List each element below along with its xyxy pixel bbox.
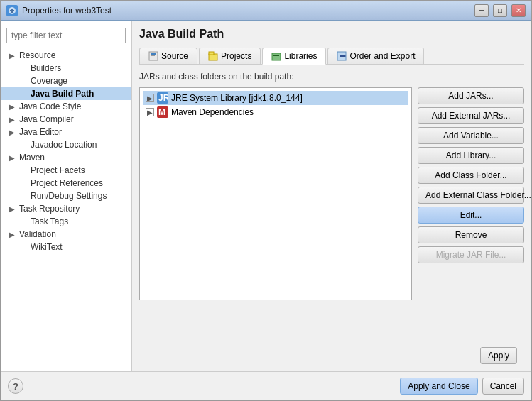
- expand-icon: ▶: [9, 231, 16, 238]
- properties-window: Properties for web3Test ─ □ ✕ ▶ResourceB…: [0, 0, 532, 401]
- sidebar-item-label: Task Tags: [31, 216, 68, 226]
- sidebar-item-javadoc-location[interactable]: Javadoc Location: [1, 138, 131, 151]
- sidebar-item-label: Validation: [19, 229, 56, 239]
- tab-order-export[interactable]: Order and Export: [327, 48, 424, 64]
- help-button[interactable]: ?: [8, 378, 23, 394]
- cancel-button[interactable]: Cancel: [482, 378, 524, 395]
- sidebar-item-label: Maven: [19, 153, 45, 163]
- sidebar-item-project-references[interactable]: Project References: [1, 177, 131, 189]
- tab-label: Libraries: [284, 51, 317, 61]
- migrate-jar-button: Migrate JAR File...: [418, 246, 524, 263]
- add-jars-button[interactable]: Add JARs...: [418, 87, 524, 104]
- order-tab-icon: [337, 51, 347, 61]
- minimize-button[interactable]: ─: [474, 4, 489, 17]
- maven-icon: M: [157, 106, 168, 118]
- expand-icon: ▶: [9, 128, 16, 136]
- tab-container: SourceProjectsLibrariesOrder and Export: [139, 48, 425, 64]
- sidebar-item-java-compiler[interactable]: ▶Java Compiler: [1, 113, 131, 126]
- sidebar-item-java-code-style[interactable]: ▶Java Code Style: [1, 100, 131, 113]
- sidebar-item-label: Java Compiler: [19, 114, 74, 124]
- expand-icon: ▶: [9, 103, 16, 111]
- apply-button[interactable]: Apply: [480, 347, 517, 364]
- sidebar-item-label: Coverage: [31, 76, 67, 86]
- expand-icon: ▶: [9, 205, 16, 213]
- titlebar: Properties for web3Test ─ □ ✕: [1, 1, 531, 21]
- sidebar-item-validation[interactable]: ▶Validation: [1, 228, 131, 241]
- sidebar-item-label: WikiText: [31, 242, 63, 252]
- sidebar-item-task-tags[interactable]: Task Tags: [1, 215, 131, 228]
- svg-text:JR: JR: [158, 93, 168, 103]
- add-external-class-folder-button[interactable]: Add External Class Folder...: [418, 187, 524, 204]
- sidebar-item-maven[interactable]: ▶Maven: [1, 151, 131, 164]
- apply-area: Apply: [139, 343, 524, 364]
- sidebar: ▶ResourceBuildersCoverageJava Build Path…: [1, 21, 132, 371]
- projects-tab-icon: [208, 51, 218, 61]
- libraries-tab-icon: [271, 51, 281, 61]
- window-title: Properties for web3Test: [22, 6, 470, 16]
- close-button[interactable]: ✕: [511, 4, 526, 17]
- tree-expand-icon[interactable]: ▶: [146, 108, 154, 116]
- tree-item-maven-dependencies[interactable]: ▶MMaven Dependencies: [143, 105, 408, 119]
- tree-expand-icon[interactable]: ▶: [146, 94, 154, 102]
- library-area: ▶JRJRE System Library [jdk1.8.0_144]▶MMa…: [139, 87, 524, 343]
- action-buttons: Add JARs...Add External JARs...Add Varia…: [418, 87, 524, 343]
- add-library-button[interactable]: Add Library...: [418, 147, 524, 164]
- sidebar-item-resource[interactable]: ▶Resource: [1, 49, 131, 62]
- maximize-button[interactable]: □: [493, 4, 507, 17]
- panel-description: JARs and class folders on the build path…: [139, 72, 524, 82]
- sidebar-item-label: Run/Debug Settings: [31, 191, 107, 201]
- sidebar-item-label: Javadoc Location: [31, 140, 97, 150]
- jre-icon: JR: [157, 92, 168, 104]
- tab-bar: SourceProjectsLibrariesOrder and Export: [139, 48, 524, 65]
- sidebar-items: ▶ResourceBuildersCoverageJava Build Path…: [1, 49, 131, 253]
- svg-rect-8: [209, 52, 214, 55]
- svg-text:M: M: [158, 107, 165, 117]
- sidebar-item-label: Project References: [31, 178, 103, 188]
- footer: ? Apply and Close Cancel: [1, 371, 531, 400]
- sidebar-item-label: Java Code Style: [19, 101, 81, 111]
- tab-source[interactable]: Source: [139, 48, 197, 64]
- sidebar-item-label: Task Repository: [19, 204, 80, 214]
- source-tab-icon: [148, 51, 158, 61]
- expand-icon: ▶: [9, 116, 16, 123]
- edit-button[interactable]: Edit...: [418, 207, 524, 224]
- add-external-jars-button[interactable]: Add External JARs...: [418, 107, 524, 124]
- sidebar-item-label: Project Facets: [31, 165, 85, 175]
- svg-rect-6: [151, 57, 156, 57]
- tab-label: Order and Export: [349, 51, 415, 61]
- footer-buttons: Apply and Close Cancel: [400, 378, 524, 395]
- sidebar-item-java-build-path[interactable]: Java Build Path: [1, 87, 131, 100]
- tab-projects[interactable]: Projects: [199, 48, 261, 64]
- svg-rect-10: [273, 55, 279, 56]
- filter-input[interactable]: [6, 28, 126, 43]
- tab-libraries[interactable]: Libraries: [262, 48, 326, 65]
- tree-item-label: JRE System Library [jdk1.8.0_144]: [171, 93, 303, 103]
- tab-label: Source: [161, 51, 188, 61]
- add-variable-button[interactable]: Add Variable...: [418, 127, 524, 144]
- add-class-folder-button[interactable]: Add Class Folder...: [418, 167, 524, 184]
- tree-item-label: Maven Dependencies: [171, 107, 254, 117]
- window-icon: [6, 5, 18, 16]
- svg-rect-5: [151, 55, 155, 56]
- apply-close-button[interactable]: Apply and Close: [400, 378, 477, 395]
- sidebar-item-java-editor[interactable]: ▶Java Editor: [1, 126, 131, 138]
- content-area: ▶ResourceBuildersCoverageJava Build Path…: [1, 21, 531, 371]
- sidebar-item-run-debug-settings[interactable]: Run/Debug Settings: [1, 189, 131, 202]
- sidebar-item-project-facets[interactable]: Project Facets: [1, 164, 131, 177]
- svg-rect-4: [151, 53, 156, 55]
- main-panel: Java Build Path SourceProjectsLibrariesO…: [132, 21, 531, 371]
- sidebar-item-wikitext[interactable]: WikiText: [1, 241, 131, 253]
- sidebar-item-task-repository[interactable]: ▶Task Repository: [1, 202, 131, 215]
- sidebar-item-label: Java Build Path: [31, 89, 94, 99]
- build-path-tree[interactable]: ▶JRJRE System Library [jdk1.8.0_144]▶MMa…: [139, 87, 412, 300]
- tab-label: Projects: [221, 51, 251, 61]
- tree-item-jre-system-library[interactable]: ▶JRJRE System Library [jdk1.8.0_144]: [143, 91, 408, 105]
- svg-rect-2: [11, 9, 13, 13]
- remove-button[interactable]: Remove: [418, 226, 524, 243]
- sidebar-item-coverage[interactable]: Coverage: [1, 75, 131, 87]
- sidebar-item-label: Builders: [31, 63, 61, 73]
- expand-icon: ▶: [9, 52, 16, 60]
- sidebar-item-label: Resource: [19, 50, 55, 60]
- sidebar-item-builders[interactable]: Builders: [1, 62, 131, 75]
- sidebar-item-label: Java Editor: [19, 127, 62, 137]
